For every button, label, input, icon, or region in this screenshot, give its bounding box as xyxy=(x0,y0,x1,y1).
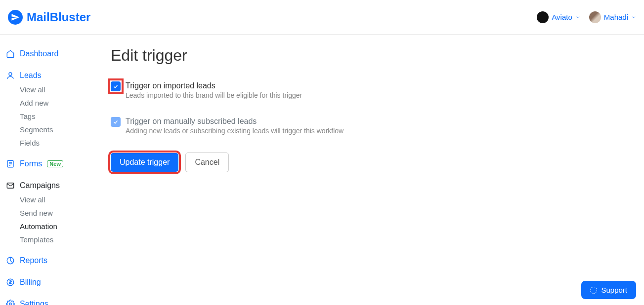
lifebuoy-icon xyxy=(590,287,597,294)
sidebar-item-dashboard[interactable]: Dashboard xyxy=(6,46,93,61)
paper-plane-icon xyxy=(8,10,23,25)
gear-icon xyxy=(6,300,15,305)
sidebar-item-campaigns[interactable]: Campaigns xyxy=(6,178,93,193)
new-badge: New xyxy=(47,160,63,167)
svg-point-8 xyxy=(9,303,12,305)
brand-logo[interactable]: MailBluster xyxy=(8,10,90,25)
sidebar-sub-leads-view-all[interactable]: View all xyxy=(6,83,93,96)
sidebar-sub-campaigns-send-new[interactable]: Send new xyxy=(6,206,93,220)
trigger-manual-label: Trigger on manually subscribed leads xyxy=(126,117,343,126)
check-icon xyxy=(113,83,119,89)
pie-chart-icon xyxy=(6,256,15,265)
trigger-manual-checkbox-wrap xyxy=(111,117,121,127)
sidebar-sub-campaigns-templates[interactable]: Templates xyxy=(6,233,93,246)
header-right: Aviato Mahadi xyxy=(537,11,636,23)
svg-point-0 xyxy=(9,73,12,76)
cancel-button[interactable]: Cancel xyxy=(185,152,229,172)
main-content: Edit trigger Trigger on imported leads L… xyxy=(99,35,644,305)
org-label: Aviato xyxy=(552,13,572,21)
update-trigger-button[interactable]: Update trigger xyxy=(111,153,178,172)
dollar-icon xyxy=(6,278,15,287)
sidebar-item-label: Forms xyxy=(20,159,42,168)
support-button[interactable]: Support xyxy=(581,281,636,299)
button-row: Update trigger Cancel xyxy=(111,152,632,172)
page-title: Edit trigger xyxy=(111,46,632,65)
trigger-manual-checkbox[interactable] xyxy=(111,117,121,127)
sidebar-sub-campaigns-view-all[interactable]: View all xyxy=(6,193,93,206)
brand-name: MailBluster xyxy=(27,10,90,24)
sidebar-item-settings[interactable]: Settings xyxy=(6,297,93,305)
sidebar-item-reports[interactable]: Reports xyxy=(6,253,93,268)
sidebar-item-label: Campaigns xyxy=(20,181,60,190)
sidebar-item-label: Settings xyxy=(20,300,48,305)
org-avatar xyxy=(537,11,549,23)
user-label: Mahadi xyxy=(604,13,628,21)
sidebar-item-label: Billing xyxy=(20,278,41,287)
user-menu[interactable]: Mahadi xyxy=(589,11,636,23)
trigger-manual-desc: Adding new leads or subscribing existing… xyxy=(126,127,343,135)
org-switcher[interactable]: Aviato xyxy=(537,11,580,23)
chevron-down-icon xyxy=(575,15,580,20)
app-header: MailBluster Aviato Mahadi xyxy=(0,0,644,35)
support-label: Support xyxy=(601,286,627,294)
trigger-imported-desc: Leads imported to this brand will be eli… xyxy=(126,91,302,99)
sidebar: Dashboard Leads View all Add new Tags Se… xyxy=(0,35,99,305)
trigger-manual-row: Trigger on manually subscribed leads Add… xyxy=(111,117,632,135)
sidebar-item-label: Reports xyxy=(20,256,47,265)
user-avatar xyxy=(589,11,601,23)
home-icon xyxy=(6,49,15,58)
sidebar-sub-leads-fields[interactable]: Fields xyxy=(6,136,93,150)
chevron-down-icon xyxy=(631,15,636,20)
form-icon xyxy=(6,159,15,168)
trigger-imported-checkbox-wrap xyxy=(111,81,121,91)
trigger-imported-row: Trigger on imported leads Leads imported… xyxy=(111,81,632,99)
sidebar-item-forms[interactable]: Forms New xyxy=(6,156,93,171)
sidebar-item-label: Dashboard xyxy=(20,49,58,58)
sidebar-item-label: Leads xyxy=(20,71,42,80)
check-icon xyxy=(113,119,119,125)
trigger-imported-label: Trigger on imported leads xyxy=(126,81,302,90)
trigger-imported-checkbox[interactable] xyxy=(111,81,121,91)
sidebar-sub-leads-tags[interactable]: Tags xyxy=(6,110,93,123)
user-icon xyxy=(6,71,15,80)
sidebar-sub-campaigns-automation[interactable]: Automation xyxy=(6,220,93,233)
sidebar-item-leads[interactable]: Leads xyxy=(6,68,93,83)
sidebar-sub-leads-segments[interactable]: Segments xyxy=(6,123,93,136)
sidebar-item-billing[interactable]: Billing xyxy=(6,275,93,290)
envelope-icon xyxy=(6,181,15,190)
sidebar-sub-leads-add-new[interactable]: Add new xyxy=(6,96,93,110)
